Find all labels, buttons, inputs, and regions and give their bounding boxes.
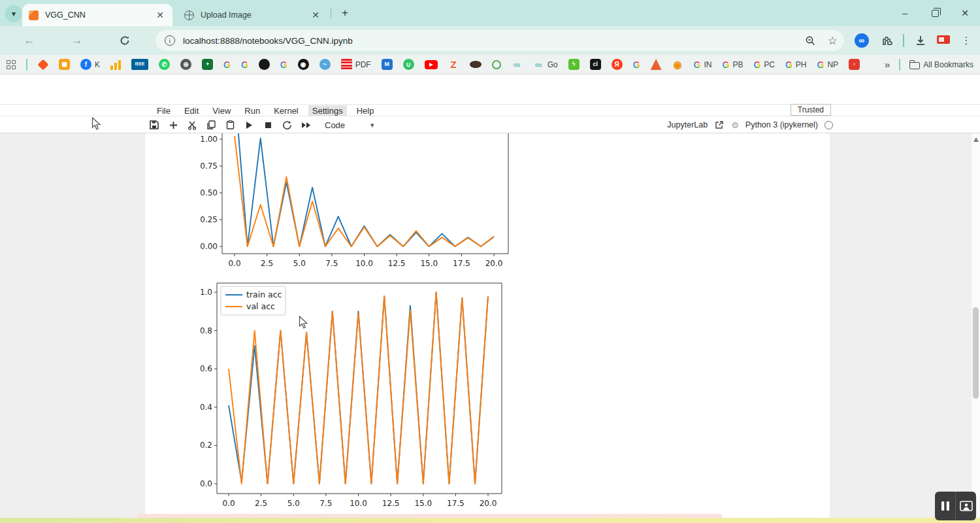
bookmark-g-ph-icon[interactable]: GPH — [785, 59, 807, 70]
site-info-icon[interactable]: i — [165, 35, 175, 46]
run-cell-button[interactable] — [244, 120, 254, 130]
bookmark-whatsapp-icon[interactable]: ✆ — [159, 59, 170, 70]
paste-cell-button[interactable] — [225, 120, 235, 130]
bookmark-android-icon[interactable]: ∪ — [403, 59, 414, 70]
menu-kernel[interactable]: Kernel — [270, 105, 302, 116]
save-button[interactable] — [149, 120, 159, 130]
external-link-icon[interactable] — [714, 120, 725, 130]
copy-cell-button[interactable] — [206, 120, 216, 130]
browser-toolbar: ← → i localhost:8888/notebooks/VGG_CNN.i… — [0, 26, 980, 55]
svg-text:0.0: 0.0 — [222, 499, 235, 508]
bookmark-zerodha-z-icon[interactable]: Z — [448, 59, 459, 70]
bookmark-apps-grid-icon[interactable] — [7, 60, 16, 69]
bookmark-g-pb-icon[interactable]: GPB — [722, 59, 743, 70]
svg-text:val acc: val acc — [246, 301, 275, 311]
bookmark-cl-black-icon[interactable]: cl — [590, 59, 601, 70]
pause-recording-button[interactable] — [935, 492, 955, 520]
menu-settings[interactable]: Settings — [308, 105, 347, 116]
bookmark-youtube-icon[interactable] — [425, 60, 438, 69]
bookmark-matlab-icon[interactable] — [651, 59, 662, 70]
kernel-name[interactable]: Python 3 (ipykernel) — [745, 120, 818, 129]
bookmark-g-np-icon[interactable]: GNP — [817, 59, 839, 70]
bookmark-gfg-go-icon[interactable]: ∞Go — [533, 59, 558, 70]
extensions-puzzle-icon[interactable] — [879, 33, 894, 48]
svg-text:0.0: 0.0 — [228, 259, 240, 268]
accuracy-chart: 0.02.55.07.510.012.515.017.520.00.00.20.… — [196, 278, 519, 521]
chevron-down-icon[interactable]: ▾ — [370, 121, 374, 129]
jupyterlab-link[interactable]: JupyterLab — [667, 120, 708, 129]
trusted-badge[interactable]: Trusted — [791, 104, 831, 116]
svg-text:0.2: 0.2 — [200, 441, 212, 450]
tab-search-button[interactable]: ▾ — [5, 5, 22, 22]
menu-edit[interactable]: Edit — [180, 105, 203, 116]
gear-icon[interactable]: ⚙ — [731, 120, 739, 130]
tab-strip: ▾ VGG_CNN ✕ Upload Image ✕ + – ✕ — [0, 0, 980, 26]
bookmark-g-pc-icon[interactable]: GPC — [753, 59, 775, 70]
scrollbar-thumb[interactable] — [973, 307, 979, 399]
svg-text:12.5: 12.5 — [382, 499, 400, 508]
svg-text:1.00: 1.00 — [200, 135, 218, 144]
bookmark-github-icon[interactable] — [259, 59, 270, 70]
bookmark-kite-icon[interactable] — [38, 61, 48, 69]
bookmark-lightning-green-icon[interactable]: ϟ — [568, 59, 580, 70]
extension-red-icon[interactable] — [937, 35, 950, 44]
menu-file[interactable]: File — [153, 105, 174, 116]
cut-cell-button[interactable] — [187, 120, 197, 130]
tab-vgg-cnn[interactable]: VGG_CNN ✕ — [22, 4, 172, 26]
cell-type-dropdown[interactable]: Code — [325, 120, 345, 130]
vertical-scrollbar[interactable] — [971, 133, 980, 523]
bookmark-bird-blue-icon[interactable]: ~ — [319, 59, 331, 70]
svg-text:17.5: 17.5 — [453, 259, 470, 268]
menu-help[interactable]: Help — [353, 105, 378, 116]
forward-icon[interactable]: → — [69, 32, 86, 49]
menu-view[interactable]: View — [208, 105, 235, 116]
interrupt-kernel-button[interactable] — [263, 120, 273, 130]
bookmark-sheets-green-icon[interactable]: + — [202, 59, 213, 70]
scroll-up-icon[interactable] — [973, 137, 979, 142]
bookmark-google-icon[interactable]: G — [280, 59, 287, 70]
bookmark-globe-dark-icon[interactable]: ⊕ — [180, 59, 191, 70]
bookmark-eye-orange-icon[interactable]: ◉ — [672, 59, 683, 70]
close-tab-icon[interactable]: ✕ — [154, 9, 166, 21]
bookmark-pdf-icon[interactable]: PDF — [341, 59, 371, 70]
bookmark-star-icon[interactable]: ☆ — [826, 34, 839, 47]
add-cell-button[interactable] — [168, 120, 178, 130]
svg-text:15.0: 15.0 — [414, 499, 432, 508]
notebook-toolbar: Code ▾ JupyterLab ⚙ Python 3 (ipykernel) — [0, 116, 980, 133]
bookmarks-overflow-icon[interactable]: » — [885, 59, 890, 70]
bookmark-google-icon[interactable]: G — [633, 59, 640, 70]
restart-run-all-button[interactable] — [301, 120, 311, 130]
bookmark-ieee-icon[interactable]: IEEE — [131, 59, 148, 70]
bookmark-gfg-icon[interactable]: ∞ — [512, 59, 523, 70]
url-bar[interactable]: i localhost:8888/notebooks/VGG_CNN.ipynb… — [155, 30, 844, 51]
new-tab-button[interactable]: + — [337, 5, 353, 21]
menu-run[interactable]: Run — [240, 105, 264, 116]
browser-menu-icon[interactable]: ⋮ — [959, 33, 973, 48]
bookmark-facebook-icon[interactable]: fK — [80, 59, 100, 70]
extension-badge-icon[interactable]: ∞ — [855, 33, 869, 48]
webcam-pip-button[interactable] — [955, 492, 976, 520]
bookmark-analytics-icon[interactable] — [110, 59, 121, 70]
bookmark-yandex-icon[interactable]: Я — [612, 59, 623, 70]
zoom-icon[interactable] — [804, 34, 817, 47]
bookmark-ring-green-icon[interactable] — [492, 60, 501, 69]
bookmark-camera-dark-icon[interactable]: ◉ — [298, 59, 309, 70]
bookmark-app-orange-icon[interactable]: ▦ — [59, 59, 70, 70]
downloads-icon[interactable] — [913, 33, 928, 48]
back-icon[interactable]: ← — [21, 32, 38, 49]
bookmark-google-icon[interactable]: G — [241, 59, 248, 70]
all-bookmarks-button[interactable]: All Bookmarks — [909, 60, 973, 69]
tab-upload-image[interactable]: Upload Image ✕ — [178, 4, 328, 26]
bookmark-m-blue-icon[interactable]: M — [382, 59, 393, 70]
bookmark-google-icon[interactable]: G — [223, 59, 231, 70]
minimize-button[interactable]: – — [890, 0, 920, 26]
bookmark-oval-dark-icon[interactable] — [470, 61, 482, 68]
reload-icon[interactable] — [116, 32, 133, 49]
restore-button[interactable] — [920, 0, 950, 26]
bookmark-app-red-icon[interactable]: ▫ — [849, 59, 860, 70]
bookmark-g-in-icon[interactable]: GIN — [694, 59, 712, 70]
close-tab-icon[interactable]: ✕ — [310, 9, 321, 21]
restart-kernel-button[interactable] — [282, 120, 292, 130]
svg-text:7.5: 7.5 — [319, 499, 332, 508]
close-window-button[interactable]: ✕ — [950, 0, 980, 26]
